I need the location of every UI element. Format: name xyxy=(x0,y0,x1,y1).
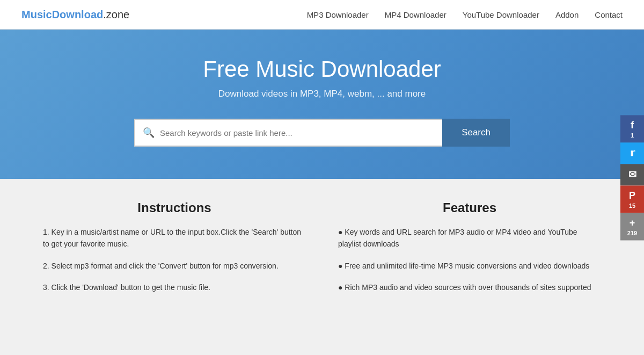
logo-zone-text: zone xyxy=(106,9,129,21)
hero-section: Free Music Downloader Download videos in… xyxy=(0,30,644,179)
hero-title: Free Music Downloader xyxy=(203,56,441,82)
main-nav: MP3 Downloader MP4 Downloader YouTube Do… xyxy=(307,10,623,19)
search-button[interactable]: Search xyxy=(442,119,510,147)
feature-item-2: ● Free and unlimited life-time MP3 music… xyxy=(338,260,601,272)
plus-icon: + xyxy=(630,217,635,228)
feature-item-3: ● Rich MP3 audio and video sources with … xyxy=(338,281,601,293)
nav-mp4-downloader[interactable]: MP4 Downloader xyxy=(385,10,447,19)
instruction-step-3: 3. Click the 'Download' button to get th… xyxy=(43,281,306,293)
plus-count: 219 xyxy=(627,229,637,236)
search-input-wrapper: 🔍 xyxy=(134,119,442,147)
pinterest-share-button[interactable]: P 15 xyxy=(620,185,644,213)
facebook-share-button[interactable]: f 1 xyxy=(620,115,644,142)
features-section: Features ● Key words and URL search for … xyxy=(338,200,601,303)
facebook-count: 1 xyxy=(631,132,634,138)
nav-mp3-downloader[interactable]: MP3 Downloader xyxy=(307,10,369,19)
facebook-icon: f xyxy=(631,119,634,131)
nav-youtube-downloader[interactable]: YouTube Downloader xyxy=(463,10,539,19)
content-section: Instructions 1. Key in a music/artist na… xyxy=(0,179,644,336)
search-input[interactable] xyxy=(160,128,435,137)
plus-share-button[interactable]: + 219 xyxy=(620,213,644,240)
email-share-button[interactable]: ✉ xyxy=(620,164,644,185)
instruction-step-2: 2. Select mp3 format and click the 'Conv… xyxy=(43,260,306,272)
search-bar: 🔍 Search xyxy=(134,119,510,147)
logo: MusicDownload . zone xyxy=(21,9,129,21)
email-icon: ✉ xyxy=(628,168,636,180)
features-title: Features xyxy=(338,200,601,215)
logo-main-text: MusicDownload xyxy=(21,9,103,21)
twitter-icon: 𝕣 xyxy=(630,147,635,158)
nav-addon[interactable]: Addon xyxy=(555,10,579,19)
instructions-body: 1. Key in a music/artist name or URL to … xyxy=(43,226,306,294)
pinterest-count: 15 xyxy=(629,202,635,208)
header: MusicDownload . zone MP3 Downloader MP4 … xyxy=(0,0,644,30)
search-icon: 🔍 xyxy=(143,127,155,139)
hero-subtitle: Download videos in MP3, MP4, webm, ... a… xyxy=(218,89,426,99)
instructions-title: Instructions xyxy=(43,200,306,215)
pinterest-icon: P xyxy=(629,190,635,201)
feature-item-1: ● Key words and URL search for MP3 audio… xyxy=(338,226,601,250)
twitter-share-button[interactable]: 𝕣 xyxy=(620,142,644,164)
features-body: ● Key words and URL search for MP3 audio… xyxy=(338,226,601,294)
social-sidebar: f 1 𝕣 ✉ P 15 + 219 xyxy=(620,115,644,240)
nav-contact[interactable]: Contact xyxy=(595,10,623,19)
instructions-section: Instructions 1. Key in a music/artist na… xyxy=(43,200,306,303)
instruction-step-1: 1. Key in a music/artist name or URL to … xyxy=(43,226,306,250)
